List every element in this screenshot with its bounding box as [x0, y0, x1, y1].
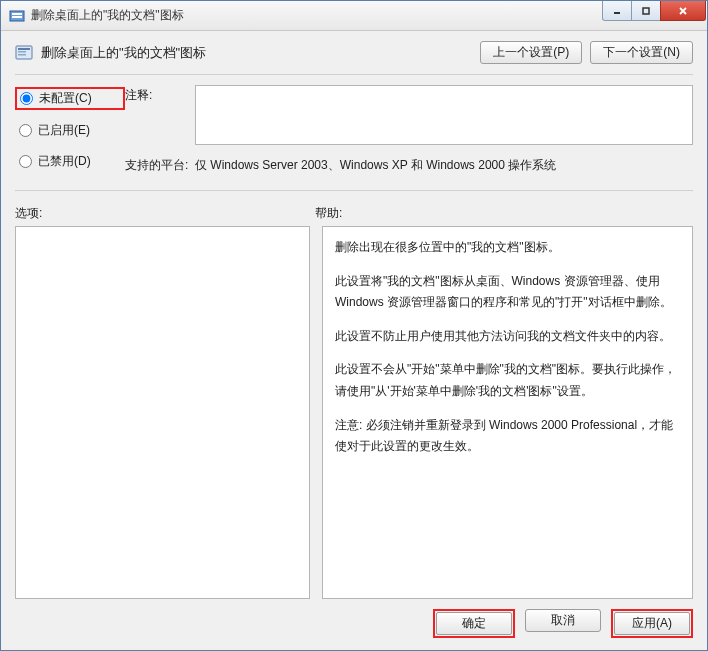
maximize-button[interactable] — [631, 1, 661, 21]
client-area: 删除桌面上的"我的文档"图标 上一个设置(P) 下一个设置(N) 未配置(C) … — [1, 31, 707, 650]
header-row: 删除桌面上的"我的文档"图标 上一个设置(P) 下一个设置(N) — [15, 41, 693, 64]
radio-not-configured[interactable]: 未配置(C) — [15, 87, 125, 110]
help-paragraph: 此设置不防止用户使用其他方法访问我的文档文件夹中的内容。 — [335, 326, 680, 348]
cancel-button[interactable]: 取消 — [525, 609, 601, 632]
svg-rect-2 — [12, 16, 22, 18]
svg-rect-9 — [18, 51, 26, 53]
radio-not-configured-input[interactable] — [20, 92, 33, 105]
comment-textarea[interactable] — [195, 85, 693, 145]
divider — [15, 190, 693, 191]
nav-buttons: 上一个设置(P) 下一个设置(N) — [480, 41, 693, 64]
help-paragraph: 此设置不会从"开始"菜单中删除"我的文档"图标。要执行此操作，请使用"从'开始'… — [335, 359, 680, 402]
radio-enabled[interactable]: 已启用(E) — [15, 120, 125, 141]
comment-label: 注释: — [125, 85, 195, 145]
ok-highlight: 确定 — [433, 609, 515, 638]
window-title: 删除桌面上的"我的文档"图标 — [31, 7, 603, 24]
config-row: 未配置(C) 已启用(E) 已禁用(D) 注释: 支持的平台: — [15, 85, 693, 174]
section-labels: 选项: 帮助: — [15, 205, 693, 222]
svg-rect-1 — [12, 13, 22, 15]
radio-enabled-input[interactable] — [19, 124, 32, 137]
comment-row: 注释: — [125, 85, 693, 145]
policy-title: 删除桌面上的"我的文档"图标 — [41, 44, 480, 62]
help-paragraph: 此设置将"我的文档"图标从桌面、Windows 资源管理器、使用 Windows… — [335, 271, 680, 314]
apply-button[interactable]: 应用(A) — [614, 612, 690, 635]
policy-icon — [15, 44, 33, 62]
next-setting-button[interactable]: 下一个设置(N) — [590, 41, 693, 64]
radio-disabled-input[interactable] — [19, 155, 32, 168]
svg-rect-10 — [18, 54, 26, 56]
radio-enabled-label: 已启用(E) — [38, 122, 90, 139]
platform-label: 支持的平台: — [125, 155, 195, 174]
window-controls — [603, 1, 707, 30]
radio-disabled-label: 已禁用(D) — [38, 153, 91, 170]
previous-setting-button[interactable]: 上一个设置(P) — [480, 41, 582, 64]
platform-row: 支持的平台: 仅 Windows Server 2003、Windows XP … — [125, 155, 693, 174]
platform-value: 仅 Windows Server 2003、Windows XP 和 Windo… — [195, 155, 693, 174]
minimize-button[interactable] — [602, 1, 632, 21]
options-label: 选项: — [15, 205, 315, 222]
help-label: 帮助: — [315, 205, 342, 222]
footer-buttons: 确定 取消 应用(A) — [15, 609, 693, 638]
help-pane: 删除出现在很多位置中的"我的文档"图标。 此设置将"我的文档"图标从桌面、Win… — [322, 226, 693, 599]
fields-column: 注释: 支持的平台: 仅 Windows Server 2003、Windows… — [125, 85, 693, 174]
panes: 删除出现在很多位置中的"我的文档"图标。 此设置将"我的文档"图标从桌面、Win… — [15, 226, 693, 599]
svg-rect-4 — [643, 8, 649, 14]
radio-disabled[interactable]: 已禁用(D) — [15, 151, 125, 172]
app-icon — [9, 8, 25, 24]
options-pane — [15, 226, 310, 599]
close-button[interactable] — [660, 1, 706, 21]
help-paragraph: 注意: 必须注销并重新登录到 Windows 2000 Professional… — [335, 415, 680, 458]
radio-group: 未配置(C) 已启用(E) 已禁用(D) — [15, 85, 125, 174]
apply-highlight: 应用(A) — [611, 609, 693, 638]
titlebar: 删除桌面上的"我的文档"图标 — [1, 1, 707, 31]
radio-not-configured-label: 未配置(C) — [39, 90, 92, 107]
policy-editor-window: 删除桌面上的"我的文档"图标 删除桌面上的"我的文档"图标 上一个设置(P) 下… — [0, 0, 708, 651]
ok-button[interactable]: 确定 — [436, 612, 512, 635]
svg-rect-8 — [18, 48, 30, 50]
help-paragraph: 删除出现在很多位置中的"我的文档"图标。 — [335, 237, 680, 259]
divider — [15, 74, 693, 75]
